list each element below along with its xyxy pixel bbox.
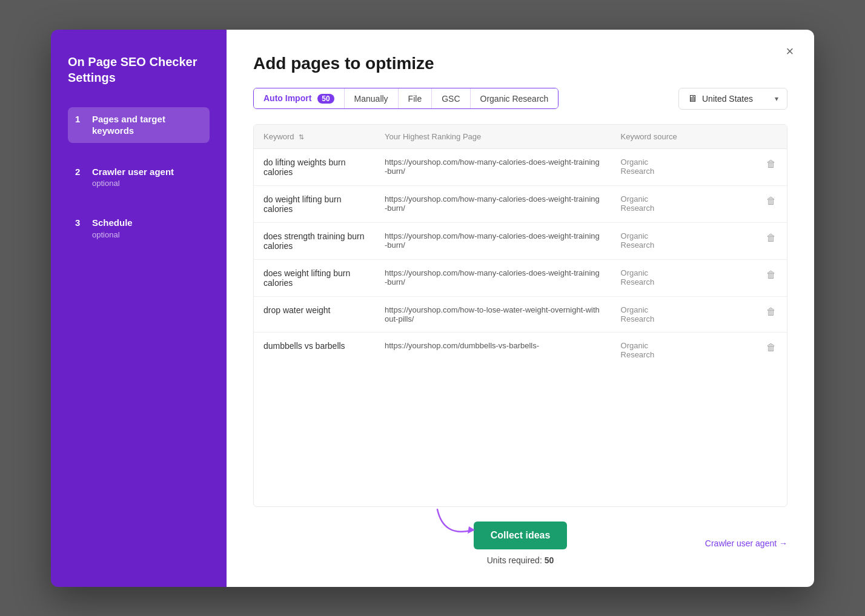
- col-actions: [690, 125, 787, 149]
- col-keyword: Keyword ⇅: [254, 125, 375, 149]
- tab-manually[interactable]: Manually: [345, 88, 399, 108]
- source-cell: Organic Research: [611, 259, 690, 296]
- url-cell: https://yourshop.com/dumbbells-vs-barbel…: [375, 332, 611, 368]
- sidebar-item-label-3: Schedule: [92, 217, 133, 229]
- tab-organic-research[interactable]: Organic Research: [471, 88, 558, 108]
- col-source: Keyword source: [611, 125, 690, 149]
- sidebar-item-number-3: 3: [75, 217, 85, 228]
- action-cell: 🗑: [690, 148, 787, 185]
- sort-icon: ⇅: [299, 133, 304, 141]
- country-select-wrapper: 🖥 United States ▾: [678, 88, 787, 110]
- sidebar-item-label-1: Pages and target keywords: [92, 113, 202, 137]
- units-required: Units required: 50: [487, 555, 554, 565]
- url-cell: https://yourshop.com/how-many-calories-d…: [375, 148, 611, 185]
- table-row: does strength training burn calories htt…: [254, 222, 787, 259]
- tabs-row: Auto Import 50 Manually File GSC Organic…: [253, 88, 787, 110]
- delete-row-button[interactable]: 🗑: [763, 157, 780, 171]
- url-cell: https://yourshop.com/how-many-calories-d…: [375, 259, 611, 296]
- source-cell: Organic Research: [611, 148, 690, 185]
- delete-row-button[interactable]: 🗑: [763, 268, 780, 282]
- tab-auto-import-badge: 50: [317, 94, 334, 104]
- monitor-icon: 🖥: [688, 93, 697, 104]
- sidebar-item-crawler[interactable]: 2 Crawler user agent optional: [68, 160, 210, 194]
- col-url: Your Highest Ranking Page: [375, 125, 611, 149]
- table-header-row: Keyword ⇅ Your Highest Ranking Page Keyw…: [254, 125, 787, 149]
- sidebar-item-sublabel-3: optional: [92, 230, 133, 239]
- url-cell: https://yourshop.com/how-to-lose-water-w…: [375, 296, 611, 332]
- delete-row-button[interactable]: 🗑: [763, 305, 780, 319]
- sidebar-title: On Page SEO Checker Settings: [68, 54, 210, 85]
- sidebar: On Page SEO Checker Settings 1 Pages and…: [51, 30, 227, 587]
- keyword-cell: does strength training burn calories: [254, 222, 375, 259]
- tabs-group: Auto Import 50 Manually File GSC Organic…: [253, 88, 558, 109]
- country-select[interactable]: 🖥 United States ▾: [678, 88, 787, 110]
- delete-row-button[interactable]: 🗑: [763, 341, 780, 354]
- sidebar-item-label-2: Crawler user agent: [92, 166, 174, 178]
- table-container: Keyword ⇅ Your Highest Ranking Page Keyw…: [253, 124, 787, 507]
- tab-auto-import[interactable]: Auto Import 50: [254, 88, 345, 108]
- keyword-cell: do lifting weights burn calories: [254, 148, 375, 185]
- keyword-cell: does weight lifting burn calories: [254, 259, 375, 296]
- chevron-down-icon: ▾: [775, 94, 778, 103]
- action-cell: 🗑: [690, 332, 787, 368]
- country-select-label: United States: [702, 94, 770, 104]
- close-button[interactable]: ×: [780, 42, 800, 61]
- sidebar-item-pages[interactable]: 1 Pages and target keywords: [68, 107, 210, 143]
- table-row: drop water weight https://yourshop.com/h…: [254, 296, 787, 332]
- keyword-cell: dumbbells vs barbells: [254, 332, 375, 368]
- sidebar-item-number-1: 1: [75, 114, 85, 124]
- main-content: × Add pages to optimize Auto Import 50 M…: [227, 30, 814, 587]
- keywords-table: Keyword ⇅ Your Highest Ranking Page Keyw…: [254, 125, 787, 368]
- tab-file[interactable]: File: [399, 88, 432, 108]
- delete-row-button[interactable]: 🗑: [763, 231, 780, 245]
- page-title: Add pages to optimize: [253, 54, 787, 73]
- crawler-user-agent-link[interactable]: Crawler user agent →: [705, 538, 787, 548]
- source-cell: Organic Research: [611, 296, 690, 332]
- delete-row-button[interactable]: 🗑: [763, 194, 780, 208]
- url-cell: https://yourshop.com/how-many-calories-d…: [375, 185, 611, 222]
- table-row: does weight lifting burn calories https:…: [254, 259, 787, 296]
- table-row: dumbbells vs barbells https://yourshop.c…: [254, 332, 787, 368]
- sidebar-item-schedule[interactable]: 3 Schedule optional: [68, 211, 210, 245]
- sidebar-item-sublabel-2: optional: [92, 179, 174, 188]
- action-cell: 🗑: [690, 259, 787, 296]
- collect-ideas-button[interactable]: Collect ideas: [474, 522, 568, 549]
- modal: On Page SEO Checker Settings 1 Pages and…: [51, 30, 814, 587]
- table-body: do lifting weights burn calories https:/…: [254, 148, 787, 368]
- source-cell: Organic Research: [611, 185, 690, 222]
- source-cell: Organic Research: [611, 332, 690, 368]
- action-cell: 🗑: [690, 296, 787, 332]
- table-row: do weight lifting burn calories https://…: [254, 185, 787, 222]
- tab-gsc[interactable]: GSC: [432, 88, 470, 108]
- sidebar-item-number-2: 2: [75, 167, 85, 177]
- table-row: do lifting weights burn calories https:/…: [254, 148, 787, 185]
- keyword-cell: drop water weight: [254, 296, 375, 332]
- collect-wrapper: Collect ideas Units required: 50: [474, 522, 568, 565]
- url-cell: https://yourshop.com/how-many-calories-d…: [375, 222, 611, 259]
- action-cell: 🗑: [690, 222, 787, 259]
- source-cell: Organic Research: [611, 222, 690, 259]
- bottom-section: Collect ideas Units required: 50 Crawler…: [253, 519, 787, 565]
- keyword-cell: do weight lifting burn calories: [254, 185, 375, 222]
- action-cell: 🗑: [690, 185, 787, 222]
